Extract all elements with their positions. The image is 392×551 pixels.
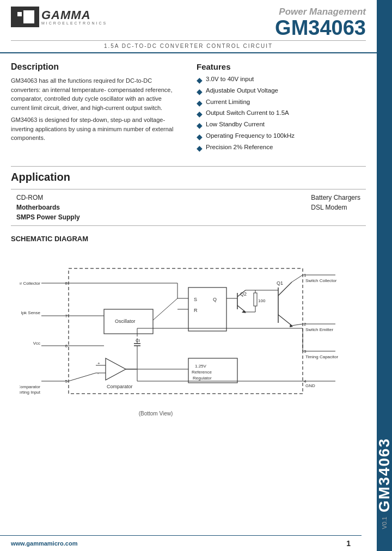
feature-bullet: ◆: [197, 109, 203, 119]
description-section: Description GM34063 has all the function…: [11, 62, 180, 155]
svg-text:Q: Q: [213, 297, 217, 302]
feature-text: 3.0V to 40V input: [206, 76, 254, 82]
app-item: Motherboards: [16, 204, 80, 211]
logo-area: GAMMA MICROELECTRONICS: [11, 7, 107, 27]
svg-text:Timing Capacitor: Timing Capacitor: [305, 354, 339, 359]
feature-bullet: ◆: [197, 99, 203, 108]
description-title: Description: [11, 62, 180, 72]
svg-rect-42: [254, 293, 257, 306]
svg-text:100: 100: [258, 298, 266, 303]
brand-name: GAMMA: [41, 9, 107, 21]
svg-text:Reference: Reference: [192, 370, 212, 375]
application-title: Application: [11, 171, 366, 183]
svg-text:Switch Collector: Switch Collector: [305, 278, 337, 283]
footer: www.gammamicro.com 1: [0, 535, 362, 551]
header: GAMMA MICROELECTRONICS Power Management …: [0, 0, 377, 53]
svg-line-55: [292, 324, 303, 326]
schematic-title: SCHEMATIC DIAGRAM: [11, 235, 366, 243]
svg-text:Ct: Ct: [136, 338, 140, 343]
svg-text:Ipk Sense: Ipk Sense: [21, 310, 40, 315]
feature-bullet: ◆: [197, 144, 203, 153]
feature-bullet: ◆: [197, 87, 203, 96]
footer-website: www.gammamicro.com: [11, 540, 77, 547]
svg-text:Vcc: Vcc: [33, 341, 40, 346]
svg-text:Comparator: Comparator: [20, 384, 40, 389]
application-table: CD-ROMMotherboardsSMPS Power Supply Batt…: [11, 189, 366, 226]
application-col-right: Battery ChargersDSL Modem: [311, 194, 360, 221]
application-col-left: CD-ROMMotherboardsSMPS Power Supply: [16, 194, 80, 221]
svg-text:Switch Emitter: Switch Emitter: [305, 327, 333, 332]
features-title: Features: [197, 62, 366, 71]
sidebar: GM34063 V0.1: [377, 0, 392, 551]
svg-text:Oscillator: Oscillator: [115, 319, 136, 324]
right-header: Power Management GM34063: [275, 7, 366, 38]
sidebar-version: V0.1: [381, 517, 388, 529]
description-para1: GM34063 has all the functions required f…: [11, 76, 180, 112]
svg-rect-3: [17, 12, 22, 16]
svg-text:Driver Collector: Driver Collector: [20, 281, 40, 286]
feature-text: Current Limiting: [206, 99, 250, 105]
feature-item: ◆3.0V to 40V input: [197, 76, 366, 85]
svg-text:Regulator: Regulator: [193, 376, 212, 381]
logo-box: [11, 7, 39, 27]
app-item: SMPS Power Supply: [16, 213, 80, 221]
divider-1: [11, 166, 366, 167]
chip-number: GM34063: [275, 17, 366, 38]
logo-text: GAMMA MICROELECTRONICS: [41, 9, 107, 25]
feature-item: ◆Operating Frequency to 100kHz: [197, 132, 366, 142]
feature-bullet: ◆: [197, 132, 203, 142]
chip-subtitle: 1.5A DC-TO-DC CONVERTER CONTROL CIRCUIT: [11, 40, 366, 49]
svg-line-52: [278, 315, 292, 326]
app-item: Battery Chargers: [311, 194, 360, 201]
svg-text:Comparator: Comparator: [107, 384, 133, 389]
application-section: Application CD-ROMMotherboardsSMPS Power…: [11, 171, 366, 226]
svg-text:Q1: Q1: [277, 280, 283, 286]
features-list: ◆3.0V to 40V input◆Adjustable Output Vol…: [197, 76, 366, 153]
feature-item: ◆Precision 2% Reference: [197, 144, 366, 153]
description-para2: GM34063 is designed for step-down, step-…: [11, 115, 180, 143]
feature-item: ◆Output Switch Current to 1.5A: [197, 109, 366, 119]
feature-bullet: ◆: [197, 76, 203, 85]
svg-text:GND: GND: [305, 383, 315, 388]
schematic-area: 8 Driver Collector 7 Ipk Sense 6 Vcc 5 C…: [20, 249, 357, 424]
feature-item: ◆Current Limiting: [197, 99, 366, 108]
svg-text:1.25V: 1.25V: [195, 364, 207, 369]
svg-text:Inverting Input: Inverting Input: [20, 390, 41, 395]
feature-text: Low Standby Current: [206, 121, 265, 127]
svg-text:+: +: [97, 361, 100, 366]
svg-text:(Bottom View): (Bottom View): [139, 411, 173, 417]
svg-text:-: -: [97, 371, 99, 376]
features-section: Features ◆3.0V to 40V input◆Adjustable O…: [197, 62, 366, 155]
svg-line-54: [292, 275, 303, 282]
svg-marker-63: [106, 358, 126, 380]
app-item: CD-ROM: [16, 194, 80, 201]
power-management-label: Power Management: [275, 7, 366, 17]
sidebar-chip-name: GM34063: [376, 438, 392, 512]
svg-line-74: [153, 298, 177, 320]
feature-text: Output Switch Current to 1.5A: [206, 109, 289, 116]
schematic-section: SCHEMATIC DIAGRAM 8 Driver Collector 7 I…: [11, 235, 366, 424]
feature-text: Precision 2% Reference: [206, 144, 273, 150]
svg-text:R: R: [194, 308, 198, 313]
feature-text: Operating Frequency to 100kHz: [206, 132, 295, 139]
app-item: DSL Modem: [311, 204, 360, 211]
feature-item: ◆Adjustable Output Voltage: [197, 87, 366, 96]
brand-sub: MICROELECTRONICS: [41, 21, 107, 25]
schematic-svg: 8 Driver Collector 7 Ipk Sense 6 Vcc 5 C…: [20, 249, 357, 424]
feature-bullet: ◆: [197, 121, 203, 130]
svg-line-78: [69, 373, 96, 381]
feature-item: ◆Low Standby Current: [197, 121, 366, 130]
feature-text: Adjustable Output Voltage: [206, 87, 278, 94]
svg-text:S: S: [194, 297, 197, 302]
footer-page: 1: [346, 539, 351, 548]
